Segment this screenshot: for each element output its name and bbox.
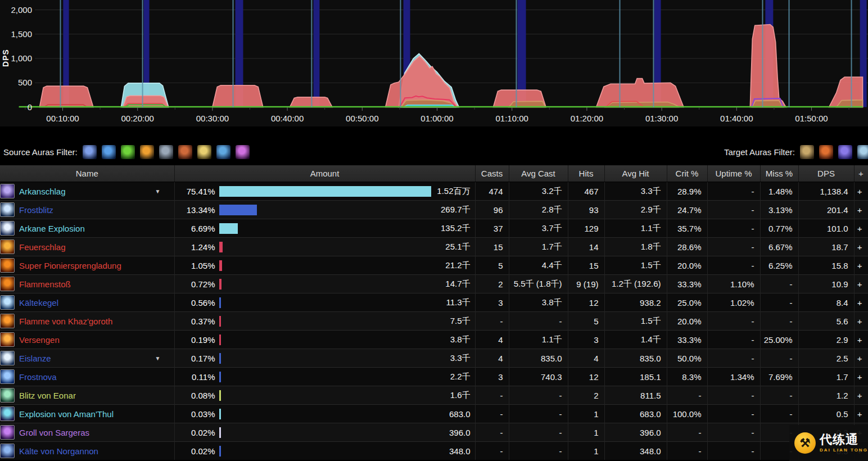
table-row[interactable]: Groll von Sargeras0.02%396.0--1396.0---0… — [0, 423, 868, 442]
amount-bar — [219, 223, 238, 234]
table-row[interactable]: Eislanze▼0.17%3.3千4835.04835.050.0%--2.5… — [0, 349, 868, 368]
column-header-crit[interactable]: Crit % — [667, 165, 707, 182]
source-aura-icon-1[interactable] — [83, 145, 97, 159]
source-aura-icon-6[interactable] — [178, 145, 192, 159]
target-aura-icon-1[interactable] — [800, 145, 814, 159]
expand-row-button[interactable]: + — [854, 349, 868, 368]
spell-icon[interactable] — [0, 202, 15, 217]
row-dropdown-arrow-icon[interactable]: ▼ — [155, 355, 169, 361]
row-dropdown-arrow-icon[interactable]: ▼ — [155, 188, 169, 195]
miss-cell: 7.69% — [760, 368, 798, 386]
spell-name-link[interactable]: Arkanschlag — [19, 187, 66, 196]
avg-hit-cell: 396.0 — [604, 423, 667, 442]
table-row[interactable]: Kälte von Norgannon0.02%348.0--1348.0---… — [0, 442, 868, 460]
target-aura-icon-3[interactable] — [838, 145, 852, 159]
spell-name-link[interactable]: Feuerschlag — [19, 242, 66, 252]
avg-hit-cell: 348.0 — [604, 442, 667, 460]
expand-row-button[interactable]: + — [854, 256, 868, 275]
expand-row-button[interactable]: + — [854, 219, 868, 238]
column-header-amount[interactable]: Amount — [174, 165, 475, 182]
spell-icon[interactable] — [0, 258, 15, 273]
table-row[interactable]: Versengen0.19%3.8千41.1千31.4千33.3%-25.00%… — [0, 331, 868, 349]
expand-row-button[interactable]: + — [854, 368, 868, 386]
series-red-area-8 — [750, 25, 786, 107]
hits-cell: 5 — [568, 312, 604, 331]
casts-cell: 37 — [475, 219, 509, 238]
column-header-avg-hit[interactable]: Avg Hit — [604, 165, 667, 182]
aura-filter-bar: Source Auras Filter: Target Auras Filter… — [0, 126, 868, 165]
target-aura-icon-2[interactable] — [819, 145, 833, 159]
table-row[interactable]: Flammenstoß0.72%14.7千25.5千 (1.8千)9 (19)1… — [0, 275, 868, 293]
source-aura-icon-4[interactable] — [140, 145, 154, 159]
spell-name-link[interactable]: Kälte von Norgannon — [19, 446, 98, 456]
column-header-[interactable]: + — [854, 165, 868, 182]
spell-icon[interactable] — [0, 444, 15, 458]
table-row[interactable]: Feuerschlag1.24%25.1千151.7千141.8千28.6%-6… — [0, 238, 868, 256]
spell-icon[interactable] — [0, 388, 15, 403]
spell-name-link[interactable]: Frostnova — [19, 372, 57, 382]
expand-row-button[interactable]: + — [854, 331, 868, 349]
spell-name-link[interactable]: Frostblitz — [19, 205, 53, 215]
table-row[interactable]: Arkane Explosion6.69%135.2千373.7千1291.1千… — [0, 219, 868, 238]
spell-name-link[interactable]: Super Pioniersprengladung — [19, 261, 121, 270]
expand-row-button[interactable]: + — [854, 405, 868, 423]
table-row[interactable]: Frostnova0.11%2.2千3740.312185.18.3%1.34%… — [0, 368, 868, 386]
crit-cell: 24.7% — [667, 201, 707, 219]
expand-row-button[interactable]: + — [854, 293, 868, 312]
dps-chart[interactable]: DPS 00:10:0000:20:0000:30:0000:40:0000:5… — [0, 0, 868, 126]
table-row[interactable]: Arkanschlag▼75.41%1.52百万4743.2千4673.3千28… — [0, 182, 868, 201]
source-aura-icon-8[interactable] — [216, 145, 230, 159]
expand-row-button[interactable]: + — [854, 275, 868, 293]
source-aura-icon-5[interactable] — [159, 145, 173, 159]
table-row[interactable]: Explosion von Aman'Thul0.03%683.0--1683.… — [0, 405, 868, 423]
source-aura-icon-7[interactable] — [197, 145, 211, 159]
expand-row-button[interactable]: + — [854, 386, 868, 405]
expand-row-button[interactable]: + — [854, 182, 868, 201]
column-header-dps[interactable]: DPS — [798, 165, 854, 182]
spell-name-link[interactable]: Eislanze — [19, 354, 51, 363]
spell-icon[interactable] — [0, 425, 15, 440]
spell-name-link[interactable]: Flamme von Khaz'goroth — [19, 317, 112, 326]
column-header-avg-cast[interactable]: Avg Cast — [509, 165, 568, 182]
dps-meter-page: { "chart_data": { "type": "area", "ylabe… — [0, 0, 868, 461]
spell-name-link[interactable]: Explosion von Aman'Thul — [19, 409, 114, 419]
amount-percent: 75.41% — [175, 187, 215, 196]
spell-icon[interactable] — [0, 239, 15, 254]
table-row[interactable]: Frostblitz13.34%269.7千962.8千932.9千24.7%-… — [0, 201, 868, 219]
spell-icon[interactable] — [0, 221, 15, 236]
column-header-name[interactable]: Name — [0, 165, 174, 182]
dps-cell: 1.7 — [798, 368, 854, 386]
source-aura-icon-9[interactable] — [236, 145, 250, 159]
expand-row-button[interactable]: + — [854, 312, 868, 331]
hits-cell: 2 — [568, 386, 604, 405]
spell-icon[interactable] — [0, 369, 15, 384]
spell-name-link[interactable]: Arkane Explosion — [19, 224, 85, 233]
spell-name-link[interactable]: Blitz von Eonar — [19, 391, 76, 400]
column-header-hits[interactable]: Hits — [568, 165, 604, 182]
table-row[interactable]: Blitz von Eonar0.08%1.6千--2811.5---1.2+ — [0, 386, 868, 405]
target-aura-icon-4[interactable] — [857, 145, 868, 159]
spell-icon[interactable] — [0, 332, 15, 347]
spell-name-link[interactable]: Flammenstoß — [19, 279, 71, 289]
uptime-cell: - — [707, 442, 760, 460]
source-aura-icon-2[interactable] — [102, 145, 116, 159]
expand-row-button[interactable]: + — [854, 201, 868, 219]
source-aura-icon-3[interactable] — [121, 145, 135, 159]
spell-icon[interactable] — [0, 314, 15, 328]
spell-icon[interactable] — [0, 277, 15, 291]
spell-icon[interactable] — [0, 351, 15, 365]
expand-row-button[interactable]: + — [854, 238, 868, 256]
spell-name-link[interactable]: Groll von Sargeras — [19, 428, 89, 437]
table-row[interactable]: Super Pioniersprengladung1.05%21.2千54.4千… — [0, 256, 868, 275]
spell-name-link[interactable]: Versengen — [19, 335, 60, 345]
column-header-uptime[interactable]: Uptime % — [707, 165, 760, 182]
column-header-miss[interactable]: Miss % — [760, 165, 798, 182]
spell-icon[interactable] — [0, 295, 15, 310]
table-row[interactable]: Kältekegel0.56%11.3千33.8千12938.225.0%1.0… — [0, 293, 868, 312]
spell-icon[interactable] — [0, 406, 15, 421]
spell-name-link[interactable]: Kältekegel — [19, 298, 58, 308]
table-row[interactable]: Flamme von Khaz'goroth0.37%7.5千--51.5千20… — [0, 312, 868, 331]
miss-cell: - — [760, 293, 798, 312]
column-header-casts[interactable]: Casts — [475, 165, 509, 182]
spell-icon[interactable] — [0, 184, 15, 198]
